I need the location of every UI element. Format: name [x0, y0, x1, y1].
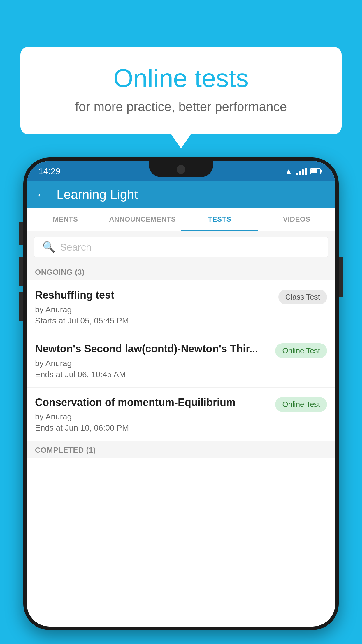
test-info-3: Conservation of momentum-Equilibrium by … — [35, 396, 269, 433]
front-camera — [177, 165, 185, 174]
test-item-1[interactable]: Reshuffling test by Anurag Starts at Jul… — [27, 280, 335, 334]
test-info-1: Reshuffling test by Anurag Starts at Jul… — [35, 288, 273, 326]
completed-label: COMPLETED (1) — [35, 446, 96, 454]
speech-bubble-section: Online tests for more practice, better p… — [20, 47, 342, 134]
test-author-1: by Anurag — [35, 305, 273, 314]
signal-bar-1 — [296, 173, 298, 175]
completed-section-header: COMPLETED (1) — [27, 441, 335, 458]
tab-ments[interactable]: MENTS — [27, 208, 104, 231]
app-title: Learning Light — [57, 187, 138, 202]
bubble-subtitle: for more practice, better performance — [44, 99, 318, 114]
tabs-container: MENTS ANNOUNCEMENTS TESTS VIDEOS — [27, 208, 335, 231]
test-name-3: Conservation of momentum-Equilibrium — [35, 396, 269, 410]
test-author-3: by Anurag — [35, 412, 269, 421]
battery-fill — [311, 169, 317, 173]
test-date-2: Ends at Jul 06, 10:45 AM — [35, 370, 269, 379]
app-header: ← Learning Light — [27, 181, 335, 208]
phone-frame: 14:29 ▲ — [23, 158, 339, 630]
tab-videos[interactable]: VIDEOS — [258, 208, 335, 231]
test-item-3[interactable]: Conservation of momentum-Equilibrium by … — [27, 388, 335, 441]
status-icons: ▲ — [285, 167, 321, 176]
test-info-2: Newton's Second law(contd)-Newton's Thir… — [35, 342, 269, 379]
test-item-2[interactable]: Newton's Second law(contd)-Newton's Thir… — [27, 334, 335, 388]
tests-list: Reshuffling test by Anurag Starts at Jul… — [27, 280, 335, 441]
tab-announcements[interactable]: ANNOUNCEMENTS — [104, 208, 181, 231]
test-badge-2: Online Test — [275, 343, 327, 358]
search-icon: 🔍 — [42, 241, 55, 253]
power-button[interactable] — [339, 257, 343, 298]
signal-bar-4 — [305, 168, 307, 175]
signal-icon — [296, 167, 307, 175]
test-badge-1: Class Test — [278, 290, 327, 304]
ongoing-label: ONGOING (3) — [35, 268, 85, 276]
test-date-1: Starts at Jul 05, 05:45 PM — [35, 316, 273, 326]
volume-up-button[interactable] — [19, 222, 23, 245]
volume-down2-button[interactable] — [19, 292, 23, 321]
test-badge-3: Online Test — [275, 397, 327, 412]
test-author-2: by Anurag — [35, 359, 269, 368]
bubble-title: Online tests — [44, 64, 318, 92]
test-name-2: Newton's Second law(contd)-Newton's Thir… — [35, 342, 269, 356]
volume-down-button[interactable] — [19, 257, 23, 286]
test-date-3: Ends at Jun 10, 06:00 PM — [35, 423, 269, 433]
test-name-1: Reshuffling test — [35, 288, 273, 302]
back-button[interactable]: ← — [36, 188, 48, 201]
phone-container: 14:29 ▲ — [23, 158, 339, 630]
signal-bar-2 — [299, 171, 301, 175]
signal-bar-3 — [302, 169, 304, 175]
speech-bubble: Online tests for more practice, better p… — [20, 47, 342, 134]
ongoing-section-header: ONGOING (3) — [27, 263, 335, 280]
tab-tests[interactable]: TESTS — [181, 208, 258, 231]
wifi-icon: ▲ — [285, 167, 292, 176]
search-placeholder: Search — [60, 242, 92, 253]
battery-icon — [310, 168, 321, 174]
phone-screen: 14:29 ▲ — [27, 161, 335, 626]
phone-notch — [149, 161, 213, 177]
search-bar[interactable]: 🔍 Search — [34, 237, 328, 257]
search-container: 🔍 Search — [27, 231, 335, 263]
status-time: 14:29 — [38, 166, 60, 176]
